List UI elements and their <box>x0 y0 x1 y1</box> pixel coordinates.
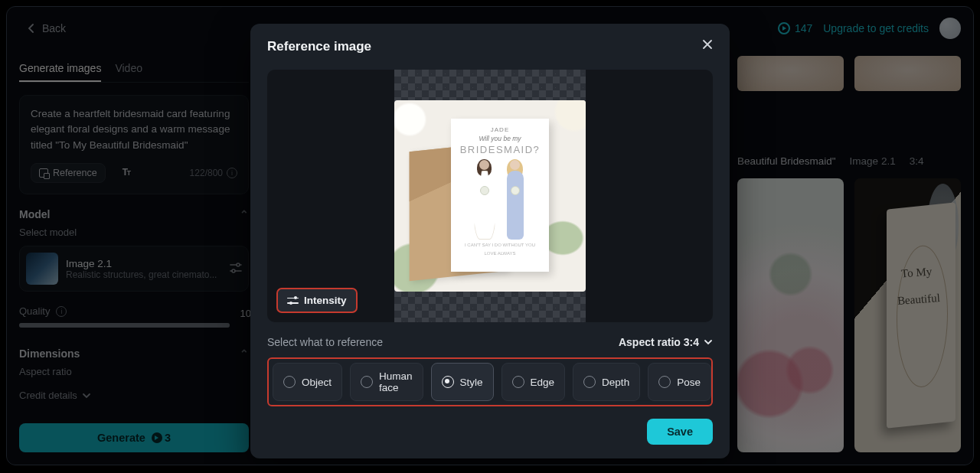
save-button[interactable]: Save <box>647 419 713 445</box>
card-bridesmaid: BRIDESMAID? <box>457 144 543 155</box>
option-depth[interactable]: Depth <box>573 363 640 401</box>
option-pose[interactable]: Pose <box>648 363 711 401</box>
card-footer: LOVE ALWAYS <box>457 251 543 256</box>
chevron-down-icon <box>704 338 713 347</box>
reference-mode-options: Object Human face Style Edge Depth Pose <box>267 357 713 406</box>
aspect-ratio-value: Aspect ratio 3:4 <box>619 336 699 348</box>
modal-title: Reference image <box>267 39 713 54</box>
option-style[interactable]: Style <box>431 363 494 401</box>
select-what-label: Select what to reference <box>267 336 383 348</box>
sliders-icon <box>287 296 299 305</box>
intensity-button[interactable]: Intensity <box>276 288 358 313</box>
card-name: JADE <box>457 126 543 133</box>
option-object[interactable]: Object <box>273 363 342 401</box>
option-label: Edge <box>531 377 555 388</box>
close-button[interactable] <box>697 34 717 54</box>
reference-preview: JADE Will you be my BRIDESMAID? I CAN'T … <box>267 70 713 322</box>
option-label: Object <box>302 377 332 388</box>
reference-image[interactable]: JADE Will you be my BRIDESMAID? I CAN'T … <box>394 100 586 292</box>
reference-image-modal: Reference image JADE Will you be my BRID… <box>250 24 730 458</box>
modal-overlay: Reference image JADE Will you be my BRID… <box>7 7 973 465</box>
option-edge[interactable]: Edge <box>501 363 566 401</box>
option-label: Pose <box>677 377 701 388</box>
intensity-label: Intensity <box>304 295 347 306</box>
card-footer: I CAN'T SAY I DO WITHOUT YOU <box>457 243 543 248</box>
card-will: Will you be my <box>457 135 543 142</box>
option-label: Depth <box>602 377 629 388</box>
aspect-ratio-selector[interactable]: Aspect ratio 3:4 <box>619 336 713 348</box>
option-human-face[interactable]: Human face <box>350 363 423 401</box>
close-icon <box>702 39 713 50</box>
option-label: Human face <box>379 370 413 393</box>
option-label: Style <box>460 377 483 388</box>
